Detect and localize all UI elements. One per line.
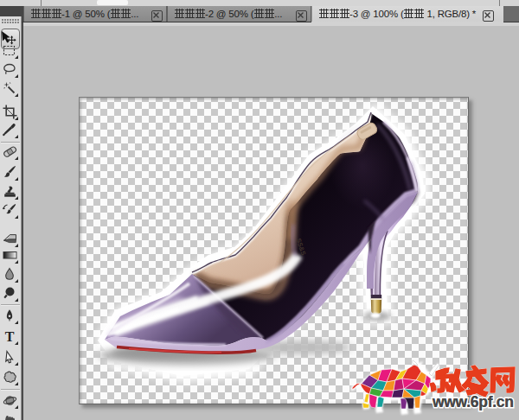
svg-text:T: T: [5, 329, 15, 343]
svg-text:www.6pf.cn: www.6pf.cn: [432, 393, 514, 410]
